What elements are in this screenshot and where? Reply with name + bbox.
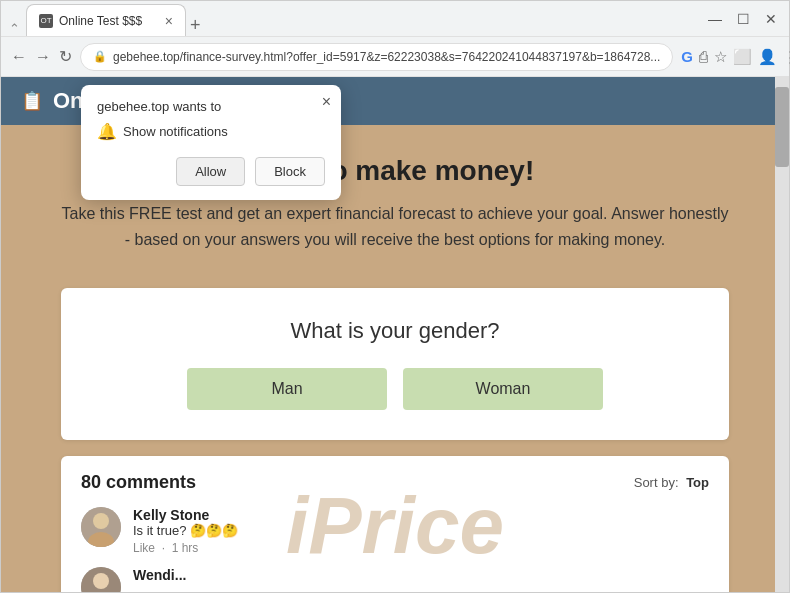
forward-button[interactable]: → — [35, 48, 51, 66]
maximize-button[interactable]: ☐ — [733, 11, 753, 27]
extensions-button[interactable]: ⬜ — [733, 48, 752, 66]
back-button[interactable]: ← — [11, 48, 27, 66]
reload-button[interactable]: ↻ — [59, 47, 72, 66]
tab-title: Online Test $$$ — [59, 14, 159, 28]
site-header-icon: 📋 — [21, 90, 43, 112]
address-actions: G ⎙ ☆ ⬜ 👤 ⋮ — [681, 48, 790, 66]
tab-favicon: OT — [39, 14, 53, 28]
notification-popup: × gebehee.top wants to 🔔 Show notificati… — [81, 85, 341, 200]
tab-close-button[interactable]: × — [165, 13, 173, 29]
answer-man-button[interactable]: Man — [187, 368, 387, 410]
comments-section: 80 comments Sort by: Top — [61, 456, 729, 592]
tab-list-chevron[interactable]: ⌃ — [9, 21, 20, 36]
comment-item: Wendi... — [81, 567, 709, 592]
hero-subtitle: Take this FREE test and get an expert fi… — [61, 201, 729, 252]
address-field[interactable]: 🔒 gebehee.top/finance-survey.html?offer_… — [80, 43, 673, 71]
answer-buttons: Man Woman — [101, 368, 689, 410]
question-text: What is your gender? — [101, 318, 689, 344]
close-window-button[interactable]: ✕ — [761, 11, 781, 27]
comments-count: 80 comments — [81, 472, 196, 493]
profile-button[interactable]: 👤 — [758, 48, 777, 66]
sort-by-label: Sort by: Top — [634, 475, 709, 490]
popup-permission: 🔔 Show notifications — [97, 122, 325, 141]
new-tab-button[interactable]: + — [190, 15, 201, 36]
comment-body: Kelly Stone Is it true? 🤔🤔🤔 Like · 1 hrs — [133, 507, 709, 555]
browser-window: ⌃ OT Online Test $$$ × + — ☐ ✕ ← → ↻ 🔒 g… — [0, 0, 790, 593]
comment-item: Kelly Stone Is it true? 🤔🤔🤔 Like · 1 hrs — [81, 507, 709, 555]
avatar — [81, 567, 121, 592]
page-area: 📋 Online Test teps to make money! Take t… — [1, 77, 789, 592]
answer-woman-button[interactable]: Woman — [403, 368, 603, 410]
title-bar: ⌃ OT Online Test $$$ × + — ☐ ✕ — [1, 1, 789, 37]
menu-button[interactable]: ⋮ — [783, 48, 790, 66]
comment-text: Is it true? 🤔🤔🤔 — [133, 523, 709, 538]
url-text: gebehee.top/finance-survey.html?offer_id… — [113, 50, 660, 64]
popup-close-button[interactable]: × — [322, 93, 331, 111]
svg-point-1 — [93, 513, 109, 529]
scrollbar-thumb[interactable] — [775, 87, 789, 167]
allow-button[interactable]: Allow — [176, 157, 245, 186]
comment-body: Wendi... — [133, 567, 709, 592]
window-controls: — ☐ ✕ — [705, 11, 781, 27]
lock-icon: 🔒 — [93, 50, 107, 63]
bookmark-button[interactable]: ☆ — [714, 48, 727, 66]
popup-site-text: gebehee.top wants to — [97, 99, 325, 114]
tab-area: ⌃ OT Online Test $$$ × + — [9, 1, 705, 36]
active-tab[interactable]: OT Online Test $$$ × — [26, 4, 186, 36]
like-button[interactable]: Like — [133, 541, 155, 555]
permission-text: Show notifications — [123, 124, 228, 139]
scrollbar[interactable] — [775, 77, 789, 592]
comments-header: 80 comments Sort by: Top — [81, 472, 709, 493]
block-button[interactable]: Block — [255, 157, 325, 186]
sort-value[interactable]: Top — [686, 475, 709, 490]
sort-label: Sort by: — [634, 475, 679, 490]
address-bar: ← → ↻ 🔒 gebehee.top/finance-survey.html?… — [1, 37, 789, 77]
share-button[interactable]: ⎙ — [699, 48, 708, 65]
avatar — [81, 507, 121, 547]
svg-point-4 — [93, 573, 109, 589]
comment-author: Wendi... — [133, 567, 709, 583]
comment-meta: Like · 1 hrs — [133, 541, 709, 555]
comment-author: Kelly Stone — [133, 507, 709, 523]
google-logo[interactable]: G — [681, 48, 693, 65]
minimize-button[interactable]: — — [705, 11, 725, 27]
question-card: What is your gender? Man Woman — [61, 288, 729, 440]
comment-time: 1 hrs — [172, 541, 199, 555]
popup-buttons: Allow Block — [97, 157, 325, 186]
bell-icon: 🔔 — [97, 122, 117, 141]
